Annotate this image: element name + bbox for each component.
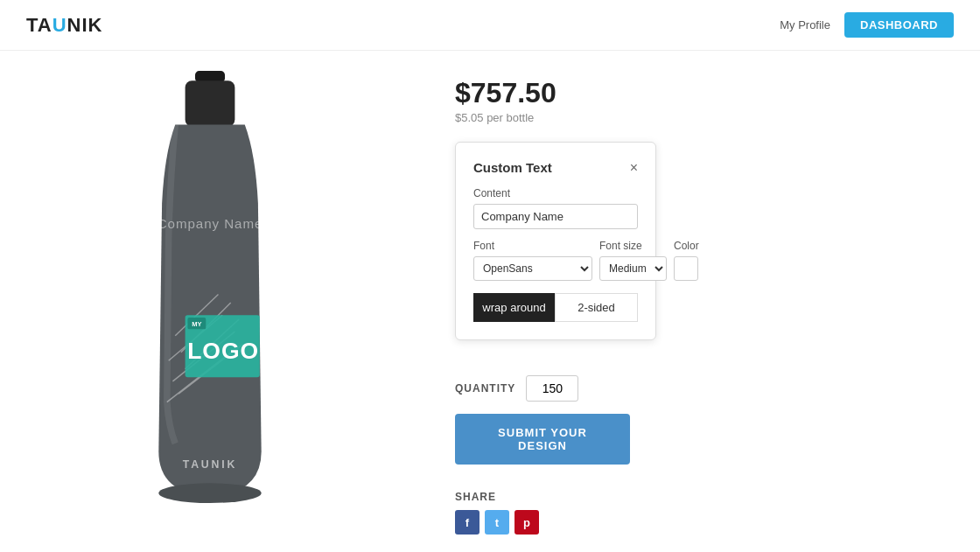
- quantity-section: QUANTITY SUBMIT YOUR DESIGN SHARE f t p: [455, 375, 945, 535]
- color-group: Color: [674, 240, 699, 281]
- my-profile-link[interactable]: My Profile: [780, 18, 830, 31]
- share-icons: f t p: [455, 510, 945, 535]
- custom-text-modal: Custom Text × Content Font OpenSans Aria…: [455, 142, 656, 340]
- tab-row: wrap around 2-sided: [473, 293, 638, 322]
- product-area: Company Name MY LOGO: [0, 51, 420, 552]
- twitter-share-icon[interactable]: t: [485, 510, 509, 535]
- svg-text:LOGO: LOGO: [187, 338, 259, 364]
- main-content: Company Name MY LOGO: [0, 51, 980, 552]
- product-price-per: $5.05 per bottle: [455, 111, 945, 124]
- pinterest-share-icon[interactable]: p: [514, 510, 539, 535]
- share-label: SHARE: [455, 491, 945, 503]
- font-size-select[interactable]: Small Medium Large: [599, 256, 667, 281]
- content-label: Content: [473, 187, 638, 199]
- product-price: $757.50: [455, 77, 945, 109]
- color-picker[interactable]: [674, 256, 698, 281]
- header-right: My Profile DASHBOARD: [780, 12, 954, 38]
- details-area: $757.50 $5.05 per bottle Custom Text × C…: [420, 51, 980, 552]
- svg-text:Company Name: Company Name: [158, 215, 263, 230]
- modal-header: Custom Text ×: [473, 160, 638, 175]
- content-input[interactable]: [473, 204, 638, 229]
- font-size-group: Font size Small Medium Large: [599, 240, 667, 281]
- svg-rect-0: [195, 71, 225, 82]
- quantity-row: QUANTITY: [455, 375, 945, 402]
- font-row: Font OpenSans Arial Roboto Times New Rom…: [473, 240, 638, 281]
- font-label: Font: [473, 240, 592, 252]
- tab-two-sided[interactable]: 2-sided: [555, 293, 638, 322]
- font-size-label: Font size: [599, 240, 667, 252]
- modal-title: Custom Text: [473, 160, 552, 175]
- modal-close-button[interactable]: ×: [630, 161, 638, 175]
- facebook-share-icon[interactable]: f: [455, 510, 480, 535]
- logo: TAUNIK: [26, 14, 102, 37]
- svg-point-2: [158, 483, 261, 503]
- header: TAUNIK My Profile DASHBOARD: [0, 0, 980, 51]
- quantity-input[interactable]: [526, 375, 578, 402]
- bottle-container: Company Name MY LOGO: [114, 71, 306, 535]
- dashboard-button[interactable]: DASHBOARD: [844, 12, 954, 38]
- svg-text:TAUNIK: TAUNIK: [183, 458, 238, 471]
- svg-text:MY: MY: [192, 320, 201, 328]
- font-group: Font OpenSans Arial Roboto Times New Rom…: [473, 240, 592, 281]
- submit-button[interactable]: SUBMIT YOUR DESIGN: [455, 414, 630, 465]
- quantity-label: QUANTITY: [455, 382, 515, 395]
- share-section: SHARE f t p: [455, 491, 945, 535]
- svg-rect-1: [186, 80, 235, 126]
- font-select[interactable]: OpenSans Arial Roboto Times New Roman: [473, 256, 592, 281]
- tab-wrap-around[interactable]: wrap around: [473, 293, 555, 322]
- bottle-svg: Company Name MY LOGO: [114, 71, 306, 535]
- color-label: Color: [674, 240, 699, 252]
